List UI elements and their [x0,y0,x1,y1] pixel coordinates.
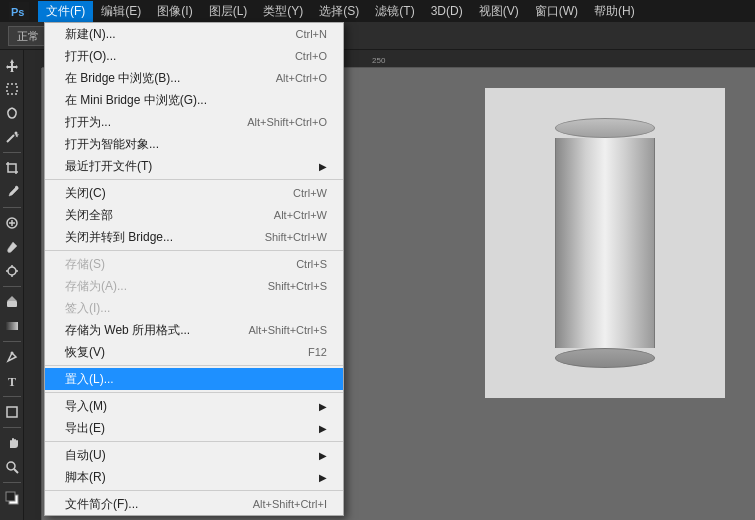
menu-recent[interactable]: 最近打开文件(T) ▶ [45,155,343,177]
separator-5 [45,441,343,442]
menu-checkin[interactable]: 签入(I)... [45,297,343,319]
tool-move[interactable] [1,54,23,76]
menu-layer[interactable]: 图层(L) [201,1,256,22]
tool-clone[interactable] [1,260,23,282]
tool-pen[interactable] [1,346,23,368]
automate-arrow: ▶ [319,450,327,461]
svg-rect-24 [6,492,15,501]
svg-rect-3 [7,84,17,94]
menu-new[interactable]: 新建(N)... Ctrl+N [45,23,343,45]
menu-type[interactable]: 类型(Y) [255,1,311,22]
menu-image[interactable]: 图像(I) [149,1,200,22]
tool-crop[interactable] [1,157,23,179]
separator-1 [45,179,343,180]
separator-2 [45,250,343,251]
export-arrow: ▶ [319,423,327,434]
svg-marker-2 [6,59,18,72]
tool-separator-6 [3,427,21,428]
separator-3 [45,365,343,366]
svg-rect-17 [6,322,18,330]
menu-bar: Ps 文件(F) 编辑(E) 图像(I) 图层(L) 类型(Y) 选择(S) 滤… [0,0,755,22]
menu-close-bridge[interactable]: 关闭并转到 Bridge... Shift+Ctrl+W [45,226,343,248]
tool-separator-7 [3,482,21,483]
menu-filter[interactable]: 滤镜(T) [367,1,422,22]
recent-arrow: ▶ [319,161,327,172]
svg-marker-16 [7,296,17,301]
menu-scripts[interactable]: 脚本(R) ▶ [45,466,343,488]
menu-save[interactable]: 存储(S) Ctrl+S [45,253,343,275]
tool-hand[interactable] [1,432,23,454]
cylinder-image [555,118,655,368]
svg-rect-15 [7,301,17,307]
menu-edit[interactable]: 编辑(E) [93,1,149,22]
tool-lasso[interactable] [1,102,23,124]
menu-select[interactable]: 选择(S) [311,1,367,22]
svg-point-6 [14,132,17,135]
cylinder-bottom [555,348,655,368]
menu-open[interactable]: 打开(O)... Ctrl+O [45,45,343,67]
menu-mini-bridge[interactable]: 在 Mini Bridge 中浏览(G)... [45,89,343,111]
toolbar: T [0,50,24,520]
menu-revert[interactable]: 恢复(V) F12 [45,341,343,363]
menu-file[interactable]: 文件(F) [38,1,93,22]
menu-bridge[interactable]: 在 Bridge 中浏览(B)... Alt+Ctrl+O [45,67,343,89]
tool-separator-1 [3,152,21,153]
image-canvas [485,88,725,398]
svg-point-10 [8,267,16,275]
tool-marquee[interactable] [1,78,23,100]
menu-save-as[interactable]: 存储为(A)... Shift+Ctrl+S [45,275,343,297]
menu-window[interactable]: 窗口(W) [527,1,586,22]
tool-text[interactable]: T [1,370,23,392]
menu-help[interactable]: 帮助(H) [586,1,643,22]
menu-close-all[interactable]: 关闭全部 Alt+Ctrl+W [45,204,343,226]
separator-6 [45,490,343,491]
menu-place[interactable]: 置入(L)... [45,368,343,390]
tool-separator-4 [3,341,21,342]
svg-line-4 [7,135,14,142]
separator-4 [45,392,343,393]
cylinder-body [555,138,655,348]
menu-open-smart[interactable]: 打开为智能对象... [45,133,343,155]
menu-automate[interactable]: 自动(U) ▶ [45,444,343,466]
file-menu-dropdown: 新建(N)... Ctrl+N 打开(O)... Ctrl+O 在 Bridge… [44,22,344,516]
tool-shape[interactable] [1,401,23,423]
tool-separator-5 [3,396,21,397]
menu-export[interactable]: 导出(E) ▶ [45,417,343,439]
tool-zoom[interactable] [1,456,23,478]
ps-logo: Ps [4,0,34,22]
menu-3d[interactable]: 3D(D) [423,2,471,20]
svg-line-22 [14,469,18,473]
foreground-color[interactable] [1,487,23,509]
tool-brush[interactable] [1,236,23,258]
svg-rect-20 [7,407,17,417]
tool-heal[interactable] [1,212,23,234]
scripts-arrow: ▶ [319,472,327,483]
svg-text:Ps: Ps [11,6,24,18]
tool-separator-3 [3,286,21,287]
menu-save-web[interactable]: 存储为 Web 所用格式... Alt+Shift+Ctrl+S [45,319,343,341]
cylinder-top [555,118,655,138]
tool-gradient[interactable] [1,315,23,337]
menu-file-info[interactable]: 文件简介(F)... Alt+Shift+Ctrl+I [45,493,343,515]
menu-view[interactable]: 视图(V) [471,1,527,22]
ruler-corner [24,50,42,68]
menu-close[interactable]: 关闭(C) Ctrl+W [45,182,343,204]
svg-point-18 [10,352,13,355]
svg-text:T: T [8,375,16,388]
tool-eyedropper[interactable] [1,181,23,203]
svg-point-21 [7,462,15,470]
tool-eraser[interactable] [1,291,23,313]
ruler-vertical [24,50,42,520]
tool-wand[interactable] [1,126,23,148]
menu-import[interactable]: 导入(M) ▶ [45,395,343,417]
menu-open-as[interactable]: 打开为... Alt+Shift+Ctrl+O [45,111,343,133]
tool-separator-2 [3,207,21,208]
import-arrow: ▶ [319,401,327,412]
